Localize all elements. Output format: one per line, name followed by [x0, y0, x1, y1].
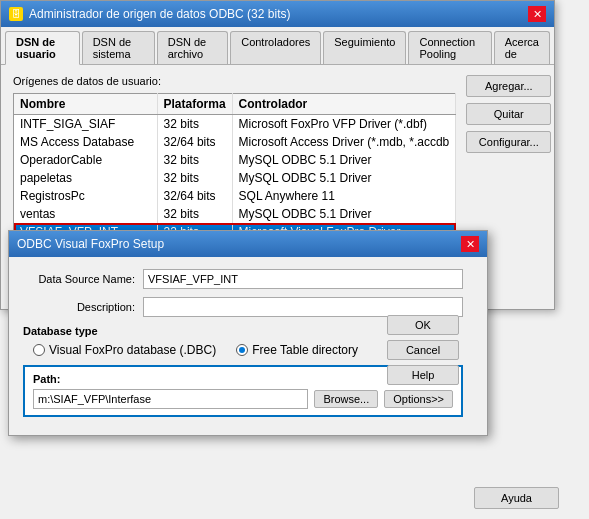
radio-vfp-database[interactable]: Visual FoxPro database (.DBC) [33, 343, 216, 357]
description-input[interactable] [143, 297, 463, 317]
agregar-button[interactable]: Agregar... [466, 75, 551, 97]
main-close-button[interactable]: ✕ [528, 6, 546, 22]
col-header-controlador: Controlador [232, 94, 456, 115]
tab-controladores[interactable]: Controladores [230, 31, 321, 64]
configurar-button[interactable]: Configurar... [466, 131, 551, 153]
dsn-input[interactable] [143, 269, 463, 289]
ayuda-area: Ayuda [474, 487, 559, 509]
tab-dsn-usuario[interactable]: DSN de usuario [5, 31, 80, 65]
radio-vfp-btn[interactable] [33, 344, 45, 356]
options-button[interactable]: Options>> [384, 390, 453, 408]
col-header-nombre: Nombre [14, 94, 158, 115]
app-icon: 🗄 [9, 7, 23, 21]
dialog-close-button[interactable]: ✕ [461, 236, 479, 252]
dsn-row: Data Source Name: [23, 269, 463, 289]
tab-dsn-archivo[interactable]: DSN de archivo [157, 31, 229, 64]
cancel-button[interactable]: Cancel [387, 340, 459, 360]
main-window-title: Administrador de origen de datos ODBC (3… [29, 7, 290, 21]
table-row[interactable]: INTF_SIGA_SIAF32 bitsMicrosoft FoxPro VF… [14, 115, 456, 134]
table-row[interactable]: MS Access Database32/64 bitsMicrosoft Ac… [14, 133, 456, 151]
dialog-title-bar: ODBC Visual FoxPro Setup ✕ [9, 231, 487, 257]
radio-free-table[interactable]: Free Table directory [236, 343, 358, 357]
dialog-window: ODBC Visual FoxPro Setup ✕ Data Source N… [8, 230, 488, 436]
radio-free-btn[interactable] [236, 344, 248, 356]
radio-free-label: Free Table directory [252, 343, 358, 357]
path-input[interactable] [33, 389, 308, 409]
path-row: Browse... Options>> [33, 389, 453, 409]
table-row[interactable]: papeletas32 bitsMySQL ODBC 5.1 Driver [14, 169, 456, 187]
quitar-button[interactable]: Quitar [466, 103, 551, 125]
dialog-title: ODBC Visual FoxPro Setup [17, 237, 164, 251]
ok-button[interactable]: OK [387, 315, 459, 335]
description-label: Description: [23, 301, 143, 313]
table-row[interactable]: ventas32 bitsMySQL ODBC 5.1 Driver [14, 205, 456, 223]
dialog-buttons: OK Cancel Help [387, 315, 459, 385]
dsn-label: Data Source Name: [23, 273, 143, 285]
table-row[interactable]: OperadorCable32 bitsMySQL ODBC 5.1 Drive… [14, 151, 456, 169]
description-row: Description: [23, 297, 463, 317]
col-header-plataforma: Plataforma [157, 94, 232, 115]
tab-connection-pooling[interactable]: Connection Pooling [408, 31, 491, 64]
help-button[interactable]: Help [387, 365, 459, 385]
radio-vfp-label: Visual FoxPro database (.DBC) [49, 343, 216, 357]
browse-button[interactable]: Browse... [314, 390, 378, 408]
table-row[interactable]: RegistrosPc32/64 bitsSQL Anywhere 11 [14, 187, 456, 205]
tab-acerca-de[interactable]: Acerca de [494, 31, 550, 64]
ayuda-button[interactable]: Ayuda [474, 487, 559, 509]
section-label: Orígenes de datos de usuario: [13, 75, 456, 87]
main-title-bar: 🗄 Administrador de origen de datos ODBC … [1, 1, 554, 27]
tab-seguimiento[interactable]: Seguimiento [323, 31, 406, 64]
tab-dsn-sistema[interactable]: DSN de sistema [82, 31, 155, 64]
dialog-content: Data Source Name: Description: Database … [9, 257, 487, 435]
dialog-inner: Data Source Name: Description: Database … [23, 269, 473, 425]
tab-bar: DSN de usuario DSN de sistema DSN de arc… [1, 27, 554, 65]
